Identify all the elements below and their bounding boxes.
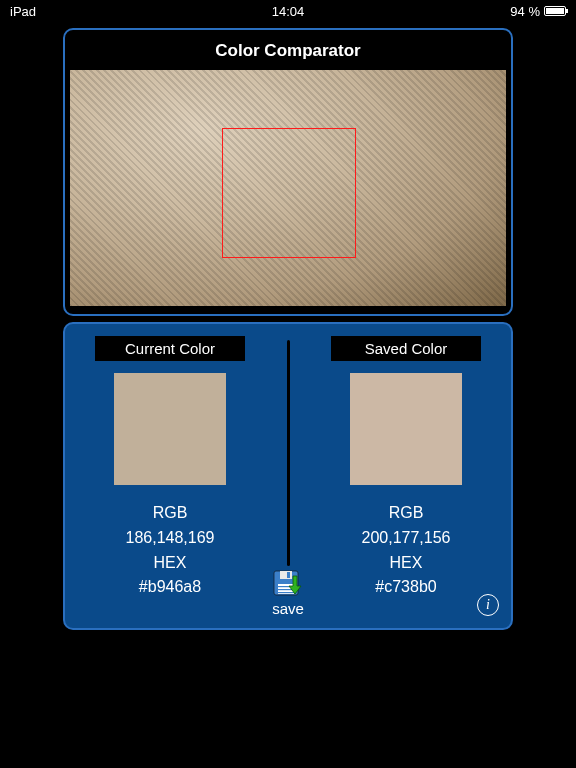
current-rgb-value: 186,148,169 bbox=[75, 526, 265, 551]
saved-color-values: RGB 200,177,156 HEX #c738b0 bbox=[311, 501, 501, 600]
saved-rgb-label: RGB bbox=[311, 501, 501, 526]
current-color-label: Current Color bbox=[95, 336, 245, 361]
status-battery-text: 94 % bbox=[510, 4, 540, 19]
column-divider bbox=[287, 340, 290, 566]
status-device: iPad bbox=[10, 4, 195, 19]
current-color-values: RGB 186,148,169 HEX #b946a8 bbox=[75, 501, 265, 600]
saved-color-label: Saved Color bbox=[331, 336, 481, 361]
svg-rect-4 bbox=[278, 592, 294, 593]
save-icon bbox=[273, 570, 303, 598]
saved-color-column: Saved Color RGB 200,177,156 HEX #c738b0 bbox=[311, 336, 501, 600]
status-time: 14:04 bbox=[195, 4, 380, 19]
sample-reticle bbox=[222, 128, 356, 258]
current-rgb-label: RGB bbox=[75, 501, 265, 526]
current-color-swatch bbox=[114, 373, 226, 485]
current-hex-label: HEX bbox=[75, 551, 265, 576]
svg-rect-5 bbox=[280, 571, 292, 579]
saved-color-swatch bbox=[350, 373, 462, 485]
camera-panel: Color Comparator bbox=[63, 28, 513, 316]
saved-hex-value: #c738b0 bbox=[311, 575, 501, 600]
saved-hex-label: HEX bbox=[311, 551, 501, 576]
battery-icon bbox=[544, 6, 566, 16]
camera-view[interactable] bbox=[70, 70, 506, 306]
app-title: Color Comparator bbox=[71, 36, 505, 66]
status-battery: 94 % bbox=[381, 4, 566, 19]
save-button[interactable]: save bbox=[272, 570, 304, 617]
svg-rect-6 bbox=[287, 572, 290, 578]
saved-rgb-value: 200,177,156 bbox=[311, 526, 501, 551]
save-button-label: save bbox=[272, 600, 304, 617]
status-bar: iPad 14:04 94 % bbox=[0, 0, 576, 22]
info-icon: i bbox=[486, 597, 490, 613]
current-hex-value: #b946a8 bbox=[75, 575, 265, 600]
current-color-column: Current Color RGB 186,148,169 HEX #b946a… bbox=[75, 336, 265, 600]
comparison-panel: Current Color RGB 186,148,169 HEX #b946a… bbox=[63, 322, 513, 630]
